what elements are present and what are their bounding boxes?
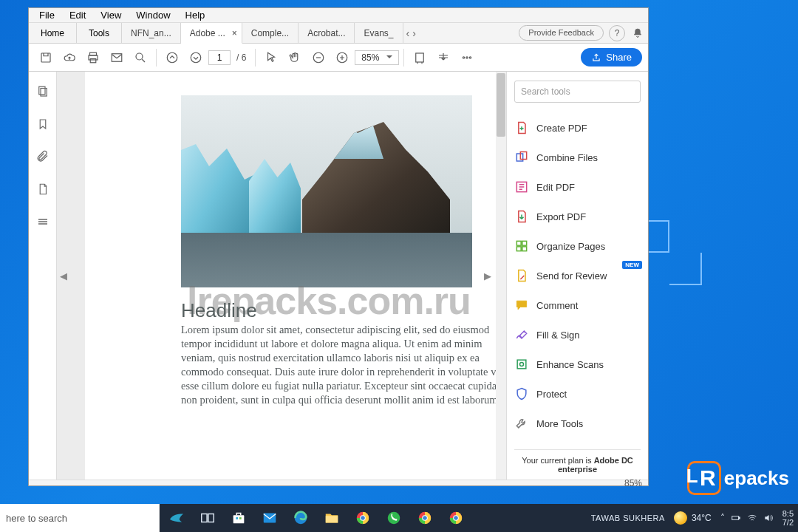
tab-doc-3[interactable]: Acrobat...: [299, 23, 355, 43]
taskbar-clock[interactable]: 8:57/2: [782, 509, 794, 527]
wifi-icon[interactable]: [747, 513, 757, 523]
tool-label: Organize Pages: [536, 241, 605, 252]
svg-point-13: [470, 56, 471, 58]
taskbar-chrome-icon[interactable]: [350, 505, 375, 531]
print-icon[interactable]: [82, 47, 104, 69]
document-viewport[interactable]: ◀ lrepacks.com.ru Headline Lorem ipsum d…: [57, 72, 506, 480]
svg-rect-25: [202, 514, 207, 522]
tool-more-tools[interactable]: More Tools: [514, 410, 641, 437]
svg-point-37: [361, 516, 365, 520]
tab-prev-icon[interactable]: ‹: [406, 27, 410, 39]
search-tools-input[interactable]: Search tools: [514, 81, 641, 103]
tool-create-pdf[interactable]: Create PDF: [514, 115, 641, 141]
tool-enhance-scans[interactable]: Enhance Scans: [514, 351, 641, 378]
zoom-in-icon[interactable]: [331, 47, 353, 69]
taskbar-weather[interactable]: 34°C: [674, 511, 712, 525]
tool-label: Fill & Sign: [536, 330, 580, 341]
document-headline: Headline: [181, 299, 257, 322]
bell-icon[interactable]: [630, 25, 646, 41]
taskbar-whatsapp-icon[interactable]: [381, 505, 406, 531]
page-number-input[interactable]: [208, 50, 231, 65]
next-page-icon[interactable]: ▶: [484, 270, 491, 282]
tab-doc-1-active[interactable]: Adobe ... ×: [181, 23, 242, 44]
svg-rect-22: [522, 247, 527, 251]
cloud-upload-icon[interactable]: [58, 47, 81, 69]
pointer-icon[interactable]: [260, 47, 282, 69]
svg-rect-27: [233, 515, 245, 523]
thumbnails-icon[interactable]: [36, 85, 50, 101]
close-tab-icon[interactable]: ×: [232, 28, 237, 38]
logo-text: epacks: [724, 467, 789, 490]
svg-rect-0: [41, 53, 50, 62]
taskbar-mail-icon[interactable]: [257, 505, 282, 531]
status-bar: 85%: [29, 480, 648, 485]
lrepacks-logo: L R epacks: [687, 461, 789, 495]
help-icon[interactable]: ?: [609, 25, 625, 41]
tab-doc-0[interactable]: NFN_an...: [122, 23, 181, 43]
tray-chevron-icon[interactable]: ˄: [720, 513, 725, 523]
menu-view[interactable]: View: [95, 9, 127, 21]
menu-edit[interactable]: Edit: [64, 9, 92, 21]
logo-icon: L R: [687, 461, 721, 495]
toolbar: / 6 85% Share: [29, 44, 648, 72]
taskbar-search-input[interactable]: [6, 513, 159, 524]
tool-label: Combine Files: [536, 152, 598, 163]
left-nav-bar: [29, 72, 57, 480]
fit-width-icon[interactable]: [409, 47, 431, 69]
tab-doc-2[interactable]: Comple...: [242, 23, 299, 43]
tool-export-pdf[interactable]: Export PDF: [514, 203, 641, 230]
tool-combine-files[interactable]: Combine Files: [514, 144, 641, 171]
fit-page-icon[interactable]: [432, 47, 454, 69]
mail-icon[interactable]: [106, 47, 128, 69]
volume-icon[interactable]: [763, 513, 774, 523]
menu-help[interactable]: Help: [180, 9, 211, 21]
taskbar-explorer-icon[interactable]: [319, 505, 344, 531]
tool-organize-pages[interactable]: Organize Pages: [514, 233, 641, 259]
layers-icon[interactable]: [36, 215, 50, 231]
scrollbar-track[interactable]: [496, 72, 506, 480]
more-icon[interactable]: [456, 47, 478, 69]
zoom-out-icon[interactable]: [307, 47, 330, 69]
tab-tools[interactable]: Tools: [77, 23, 122, 43]
taskbar-taskview-icon[interactable]: [195, 505, 220, 531]
taskbar-edge-icon[interactable]: [288, 505, 313, 531]
taskbar-app-marlin-icon[interactable]: [164, 505, 189, 531]
tool-label: Protect: [536, 389, 567, 400]
svg-point-43: [423, 516, 427, 520]
tab-home[interactable]: Home: [29, 23, 77, 43]
taskbar-store-icon[interactable]: [226, 505, 251, 531]
tool-protect[interactable]: Protect: [514, 381, 641, 407]
tool-comment[interactable]: Comment: [514, 292, 641, 318]
taskbar-chrome2-icon[interactable]: [412, 505, 437, 531]
page-up-icon[interactable]: [161, 47, 183, 69]
tab-doc-4[interactable]: Evans_: [355, 23, 403, 43]
bookmark-icon[interactable]: [36, 117, 50, 134]
hand-icon[interactable]: [284, 47, 306, 69]
zoom-dropdown[interactable]: 85%: [355, 50, 399, 65]
tool-edit-pdf[interactable]: Edit PDF: [514, 174, 641, 200]
page-down-icon[interactable]: [185, 47, 207, 69]
tools-panel: Search tools Create PDF Combine Files Ed…: [506, 72, 648, 480]
scrollbar-thumb[interactable]: [497, 73, 505, 137]
battery-icon[interactable]: [731, 513, 741, 523]
weather-temp: 34°C: [692, 513, 712, 523]
tool-send-for-review[interactable]: NEWSend for Review: [514, 262, 641, 289]
svg-rect-10: [416, 53, 424, 62]
taskbar-search[interactable]: [0, 504, 160, 532]
search-icon[interactable]: [129, 47, 151, 69]
provide-feedback-button[interactable]: Provide Feedback: [519, 25, 604, 41]
prev-page-icon[interactable]: ◀: [60, 270, 67, 282]
attachment-icon[interactable]: [36, 150, 50, 166]
taskbar-chrome3-icon[interactable]: [443, 505, 468, 531]
tool-fill-sign[interactable]: Fill & Sign: [514, 321, 641, 348]
system-tray[interactable]: ˄: [720, 513, 774, 523]
save-icon[interactable]: [35, 47, 57, 69]
svg-rect-32: [326, 516, 338, 522]
menu-window[interactable]: Window: [130, 9, 176, 21]
page-icon[interactable]: [36, 183, 50, 199]
tab-nav: ‹ ›: [403, 23, 419, 43]
tab-next-icon[interactable]: ›: [412, 27, 416, 39]
share-button[interactable]: Share: [581, 48, 642, 66]
menu-file[interactable]: File: [33, 9, 61, 21]
svg-point-6: [167, 52, 177, 63]
